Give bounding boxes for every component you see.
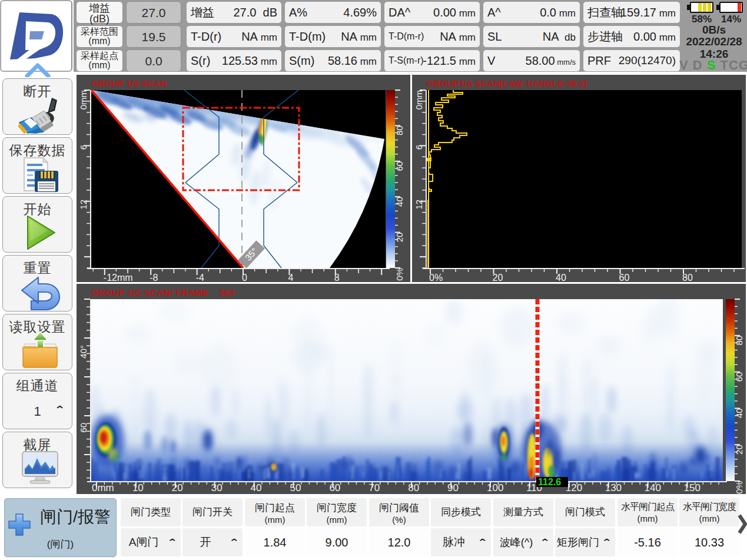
svg-text:8: 8: [334, 273, 340, 282]
svg-text:60: 60: [394, 161, 404, 171]
svg-text:40: 40: [734, 408, 744, 418]
svg-text:0mm: 0mm: [78, 90, 88, 110]
svg-text:-8: -8: [150, 273, 158, 282]
svg-text:20: 20: [734, 445, 744, 455]
svg-text:60: 60: [329, 482, 340, 493]
svg-text:112.6: 112.6: [538, 477, 561, 487]
svg-text:150: 150: [684, 482, 700, 493]
svg-text:50: 50: [290, 482, 301, 493]
svg-text:80: 80: [394, 125, 404, 135]
svg-text:30: 30: [211, 482, 223, 493]
svg-text:60: 60: [734, 372, 744, 382]
svg-text:12: 12: [414, 200, 424, 210]
svg-text:130: 130: [605, 482, 622, 493]
svg-text:-12mm: -12mm: [104, 273, 133, 282]
svg-text:40: 40: [556, 273, 566, 282]
svg-text:0%: 0%: [429, 273, 443, 282]
svg-text:80: 80: [408, 482, 419, 493]
svg-text:20: 20: [172, 482, 183, 493]
svg-text:70: 70: [368, 482, 380, 493]
svg-text:-4: -4: [196, 273, 204, 282]
svg-text:4: 4: [288, 273, 293, 282]
svg-text:0: 0: [242, 273, 247, 282]
svg-text:90: 90: [447, 482, 459, 493]
svg-text:40: 40: [251, 482, 262, 493]
svg-text:0mm: 0mm: [92, 482, 114, 493]
svg-text:6: 6: [78, 145, 88, 150]
svg-text:40: 40: [394, 197, 404, 207]
svg-text:60: 60: [78, 423, 88, 433]
svg-text:120: 120: [566, 482, 582, 493]
svg-text:20: 20: [394, 233, 404, 243]
svg-text:100: 100: [487, 482, 503, 493]
svg-text:80: 80: [682, 273, 693, 282]
svg-text:10: 10: [132, 482, 144, 493]
svg-text:80: 80: [734, 336, 744, 346]
svg-text:0%: 0%: [394, 268, 404, 281]
svg-text:0mm: 0mm: [414, 90, 424, 110]
svg-text:40°: 40°: [78, 345, 88, 359]
svg-text:140: 140: [645, 482, 661, 493]
svg-text:20: 20: [493, 273, 503, 282]
svg-text:12: 12: [78, 200, 88, 210]
svg-text:6: 6: [414, 145, 424, 150]
svg-text:0%: 0%: [734, 481, 744, 494]
svg-text:60: 60: [619, 273, 630, 282]
